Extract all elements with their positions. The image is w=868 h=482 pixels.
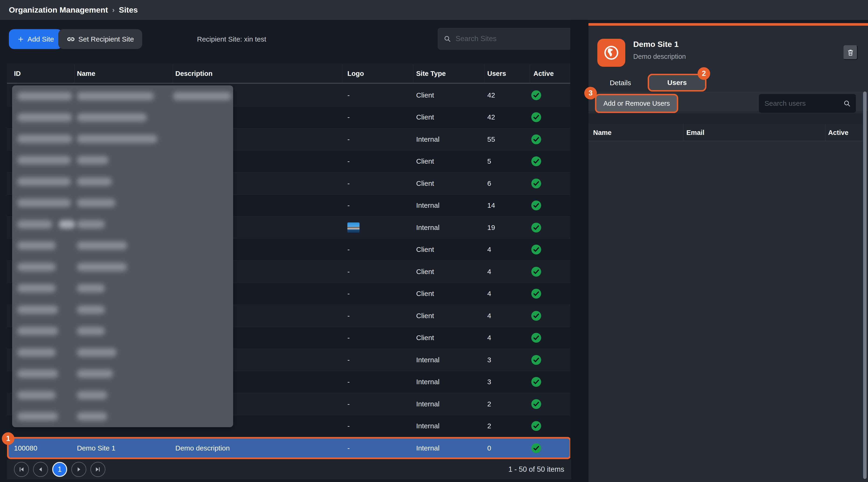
- redacted-row: [12, 385, 233, 406]
- users-table-gap: [588, 113, 863, 124]
- cell-users: 4: [487, 283, 491, 305]
- redacted-row: [12, 128, 233, 150]
- annotation-badge-2: 2: [698, 67, 710, 80]
- set-recipient-site-button[interactable]: Set Recipient Site: [58, 29, 142, 49]
- users-table-header: Name Email Active: [588, 124, 863, 141]
- redacted-row: [12, 406, 233, 427]
- site-globe-icon: [597, 39, 625, 67]
- cell-id: 100080: [14, 438, 37, 457]
- site-logo-image: [347, 222, 360, 233]
- active-check-icon: [531, 327, 541, 349]
- cell-logo: -: [347, 305, 350, 327]
- cell-site-type: Client: [416, 283, 434, 305]
- col-description[interactable]: Description: [175, 63, 213, 84]
- active-check-icon: [531, 261, 541, 283]
- cell-logo: -: [347, 261, 350, 283]
- tab-details[interactable]: Details: [605, 75, 636, 90]
- page-1-button[interactable]: 1: [52, 462, 67, 477]
- redacted-row: [12, 342, 233, 363]
- redaction-overlay: [12, 85, 233, 427]
- last-page-icon: [94, 466, 101, 473]
- search-users-input[interactable]: [764, 99, 840, 108]
- active-check-icon: [531, 305, 541, 327]
- col-user-email[interactable]: Email: [686, 124, 704, 141]
- header-divider: [825, 124, 826, 141]
- active-check-icon: [531, 349, 541, 371]
- cell-logo: [347, 217, 360, 238]
- cell-users: 0: [487, 438, 491, 457]
- first-page-icon: [18, 466, 25, 473]
- redacted-row: [12, 320, 233, 342]
- cell-users: 14: [487, 195, 495, 217]
- tab-users[interactable]: Users: [648, 74, 707, 91]
- search-sites-input[interactable]: [455, 34, 569, 43]
- site-subtitle: Demo description: [633, 53, 686, 60]
- previous-page-button[interactable]: [33, 462, 48, 477]
- sites-table-header: ID Name Description Logo Site Type Users…: [7, 63, 570, 84]
- col-name[interactable]: Name: [77, 63, 95, 84]
- cell-users: 5: [487, 150, 491, 172]
- cell-logo: -: [347, 327, 350, 349]
- breadcrumb: Organization Management › Sites: [0, 0, 868, 20]
- users-table-body: [588, 142, 863, 482]
- cell-users: 2: [487, 415, 491, 437]
- cell-logo: -: [347, 150, 350, 172]
- header-divider: [530, 64, 530, 83]
- annotation-badge-3: 3: [584, 87, 597, 100]
- cell-users: 19: [487, 217, 495, 238]
- cell-users: 42: [487, 84, 495, 106]
- trash-icon: [847, 49, 854, 56]
- redacted-row: [12, 171, 233, 192]
- col-logo[interactable]: Logo: [347, 63, 364, 84]
- col-site-type[interactable]: Site Type: [416, 63, 446, 84]
- cell-logo: -: [347, 371, 350, 393]
- redacted-row: [12, 299, 233, 320]
- first-page-button[interactable]: [14, 462, 29, 477]
- cell-site-type: Client: [416, 305, 434, 327]
- col-user-active[interactable]: Active: [828, 124, 848, 141]
- cell-users: 2: [487, 393, 491, 415]
- redacted-row: [12, 192, 233, 214]
- cell-site-type: Client: [416, 261, 434, 283]
- add-or-remove-users-button[interactable]: Add or Remove Users: [595, 94, 678, 113]
- cell-site-type: Client: [416, 150, 434, 172]
- col-user-name[interactable]: Name: [593, 124, 612, 141]
- selected-site-row[interactable]: 100080 Demo Site 1 Demo description - In…: [7, 437, 571, 459]
- cell-logo: -: [347, 349, 350, 371]
- next-page-button[interactable]: [71, 462, 86, 477]
- cell-logo: -: [347, 195, 350, 217]
- cell-site-type: Client: [416, 239, 434, 261]
- cell-users: 42: [487, 107, 495, 129]
- delete-site-button[interactable]: [843, 45, 858, 60]
- breadcrumb-root[interactable]: Organization Management: [9, 5, 108, 15]
- active-check-icon: [531, 172, 541, 194]
- cell-logo: -: [347, 283, 350, 305]
- redacted-row: [12, 235, 233, 257]
- search-users-box: [758, 94, 856, 113]
- cell-users: 3: [487, 349, 491, 371]
- header-divider: [484, 64, 485, 83]
- next-page-icon: [75, 466, 82, 473]
- active-check-icon: [531, 107, 541, 129]
- redacted-row: [12, 107, 233, 129]
- cell-site-type: Internal: [416, 438, 439, 457]
- col-active[interactable]: Active: [533, 63, 554, 84]
- active-check-icon: [531, 415, 541, 437]
- cell-site-type: Internal: [416, 195, 439, 217]
- add-site-button[interactable]: Add Site: [9, 29, 62, 49]
- link-icon: [67, 35, 75, 44]
- annotation-badge-1: 1: [2, 432, 14, 445]
- col-users[interactable]: Users: [487, 63, 506, 84]
- cell-logo: -: [347, 393, 350, 415]
- add-site-label: Add Site: [28, 35, 54, 43]
- site-detail-panel: Demo Site 1 Demo description Details Use…: [588, 23, 868, 482]
- active-check-icon: [531, 393, 541, 415]
- active-check-icon: [531, 150, 541, 172]
- active-check-icon: [531, 129, 541, 150]
- cell-name: Demo Site 1: [77, 438, 115, 457]
- last-page-button[interactable]: [90, 462, 105, 477]
- col-id[interactable]: ID: [14, 63, 21, 84]
- redacted-row: [12, 150, 233, 171]
- cell-logo: -: [347, 172, 350, 194]
- detail-panel-scrollbar[interactable]: [863, 91, 867, 479]
